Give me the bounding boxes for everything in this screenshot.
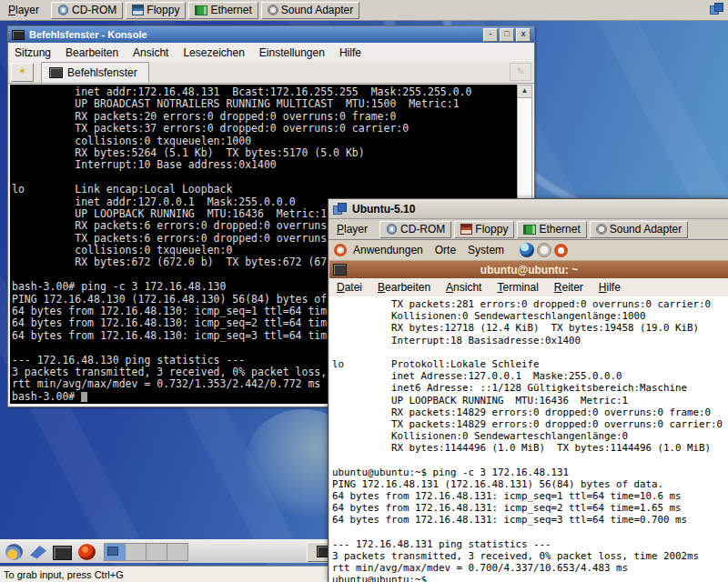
ubuntu-floppy-button[interactable]: Floppy xyxy=(454,221,514,238)
gnome-panel-menus: AnwendungenOrteSystem xyxy=(353,244,516,256)
pager-desktop-2[interactable] xyxy=(126,544,147,560)
pager-desktop-1[interactable] xyxy=(105,544,126,560)
gnome-terminal-output: TX packets:281 errors:0 dropped:0 overru… xyxy=(332,298,728,582)
ubuntu-window-icon xyxy=(333,203,347,215)
terminal-line: ubuntu@ubuntu:~$ xyxy=(332,574,728,582)
pager-desktop-4[interactable] xyxy=(167,544,187,560)
terminal-tab-icon xyxy=(49,67,63,78)
ubuntu-ethernet-button[interactable]: Ethernet xyxy=(517,221,586,238)
terminal-line: collisions:0 txqueuelen:1000 xyxy=(12,135,518,147)
terminal-menu-item[interactable]: Reiter xyxy=(554,281,583,294)
vmware-logo-icon xyxy=(710,3,723,15)
ubuntu-vm-window: Ubuntu-5.10 Player CD-ROM Floppy Etherne… xyxy=(328,198,728,582)
terminal-menu-item[interactable]: Hilfe xyxy=(599,281,621,294)
maximize-button[interactable]: □ xyxy=(500,28,514,42)
konsole-menu-item[interactable]: Bearbeiten xyxy=(66,46,118,59)
tab-befehlsfenster[interactable]: Befehlsfenster xyxy=(41,62,149,83)
konsole-menu-item[interactable]: Einstellungen xyxy=(259,46,325,59)
cdrom-button-label: CD-ROM xyxy=(72,4,116,16)
terminal-line: lo Protokoll:Lokale Schleife xyxy=(332,358,728,370)
new-session-button[interactable]: ✶ xyxy=(11,63,34,82)
ethernet-button[interactable]: Ethernet xyxy=(188,2,258,19)
terminal-line: RX bytes:5264 (5.1 Kb) TX bytes:5170 (5.… xyxy=(12,147,518,159)
status-text: To grab input, press Ctrl+G xyxy=(4,569,124,580)
panel-menu-item[interactable]: Orte xyxy=(435,244,456,256)
ubuntu-logo-icon[interactable] xyxy=(334,244,347,256)
browser-launcher-icon[interactable] xyxy=(78,544,96,560)
ubuntu-ethernet-label: Ethernet xyxy=(539,223,580,236)
sound-adapter-button[interactable]: Sound Adapter xyxy=(261,2,359,19)
terminal-line: 64 bytes from 172.16.48.131: icmp_seq=1 … xyxy=(332,490,728,502)
konsole-menubar: SitzungBearbeitenAnsichtLesezeichenEinst… xyxy=(8,43,534,62)
terminal-line: RX packets:20 errors:0 dropped:0 overrun… xyxy=(12,111,518,123)
konsole-titlebar[interactable]: Befehlsfenster - Konsole - □ x xyxy=(8,26,534,43)
terminal-line: Kollisionen:0 Sendewarteschlangenlänge:1… xyxy=(332,310,728,322)
terminal-line: lo Link encap:Local Loopback xyxy=(12,184,518,196)
terminal-line: 3 packets transmitted, 3 received, 0% pa… xyxy=(332,550,728,562)
floppy-button[interactable]: Floppy xyxy=(126,2,186,19)
terminal-line xyxy=(332,346,728,358)
konsole-menu-item[interactable]: Hilfe xyxy=(339,46,361,59)
konsole-tabbar: ✶ Befehlsfenster ✎ xyxy=(8,62,534,84)
konsole-window-icon xyxy=(12,30,25,40)
terminal-line: PING 172.16.48.131 (172.16.48.131) 56(84… xyxy=(332,478,728,490)
konsole-prompt: bash-3.00# xyxy=(12,390,81,403)
ubuntu-cdrom-button[interactable]: CD-ROM xyxy=(379,221,451,238)
sound-adapter-icon xyxy=(268,5,278,15)
terminal-line: TX packets:14829 errors:0 dropped:0 over… xyxy=(332,418,728,430)
terminal-line xyxy=(332,454,728,466)
terminal-line xyxy=(12,172,518,184)
panel-menu-item[interactable]: System xyxy=(468,244,504,256)
gnome-terminal[interactable]: TX packets:281 errors:0 dropped:0 overru… xyxy=(329,296,728,582)
gnome-panel: AnwendungenOrteSystem xyxy=(329,240,728,261)
minimize-button[interactable]: - xyxy=(483,28,498,42)
terminal-menu-item[interactable]: Datei xyxy=(337,281,362,294)
terminal-line: Kollisionen:0 Sendewarteschlangenlänge:0 xyxy=(332,430,728,442)
terminal-line: Interrupt:18 Basisadresse:0x1400 xyxy=(332,335,728,346)
terminal-line: inet6 Adresse: ::1/128 Gültigkeitsbereic… xyxy=(332,382,728,394)
terminal-line: TX packets:37 errors:0 dropped:0 overrun… xyxy=(12,123,518,135)
konsole-menu-item[interactable]: Ansicht xyxy=(133,46,168,59)
terminal-line: UP LOOPBACK RUNNING MTU:16436 Metric:1 xyxy=(332,395,728,406)
terminal-cursor xyxy=(81,392,87,402)
kmenu-icon[interactable] xyxy=(5,544,23,560)
gnome-terminal-titlebar[interactable]: ubuntu@ubuntu: ~ xyxy=(329,261,728,278)
ubuntu-sound-button[interactable]: Sound Adapter xyxy=(590,221,688,238)
show-desktop-icon[interactable] xyxy=(29,544,46,560)
cdrom-icon xyxy=(57,5,69,15)
ethernet-icon xyxy=(195,5,207,15)
ethernet-icon xyxy=(523,225,536,235)
terminal-line: ubuntu@ubuntu:~$ ping -c 3 172.16.48.131 xyxy=(332,467,728,478)
gnome-terminal-title: ubuntu@ubuntu: ~ xyxy=(329,264,728,276)
panel-menu-item[interactable]: Anwendungen xyxy=(353,244,423,256)
terminal-line: UP BROADCAST NOTRAILERS RUNNING MULTICAS… xyxy=(12,98,518,110)
tabbar-right-icon[interactable]: ✎ xyxy=(510,63,531,81)
close-button[interactable]: x xyxy=(516,28,531,42)
terminal-line: rtt min/avg/max/mdev = 0.700/4.337/10.65… xyxy=(332,562,728,574)
ubuntu-toolbar: Player CD-ROM Floppy Ethernet Sound Adap… xyxy=(329,219,728,240)
scrollbar-up-arrow[interactable]: ▲ xyxy=(518,85,531,98)
terminal-menu-item[interactable]: Bearbeiten xyxy=(378,281,430,294)
terminal-line: RX bytes:1144496 (1.0 MiB) TX bytes:1144… xyxy=(332,442,728,454)
browser-icon[interactable] xyxy=(520,243,534,257)
terminal-line: TX packets:281 errors:0 dropped:0 overru… xyxy=(332,298,728,310)
terminal-menu-item[interactable]: Terminal xyxy=(497,281,538,294)
konsole-launcher-icon[interactable] xyxy=(53,546,72,560)
sound-adapter-icon xyxy=(596,224,607,235)
terminal-line: RX bytes:12718 (12.4 KiB) TX bytes:19458… xyxy=(332,322,728,334)
pager-desktop-3[interactable] xyxy=(147,544,167,560)
ubuntu-window-title: Ubuntu-5.10 xyxy=(352,203,415,216)
ubuntu-player-menu[interactable]: Player xyxy=(329,221,376,237)
terminal-line: 64 bytes from 172.16.48.131: icmp_seq=3 … xyxy=(332,514,728,526)
player-menu[interactable]: Player xyxy=(0,2,47,18)
ubuntu-guest-desktop: AnwendungenOrteSystem ubuntu@ubuntu: ~ D… xyxy=(329,240,728,582)
help-icon[interactable] xyxy=(554,244,568,257)
cdrom-button[interactable]: CD-ROM xyxy=(51,2,123,19)
konsole-menu-item[interactable]: Sitzung xyxy=(15,46,51,59)
mail-icon[interactable] xyxy=(537,243,551,257)
floppy-icon xyxy=(460,224,472,235)
ubuntu-window-titlebar[interactable]: Ubuntu-5.10 xyxy=(329,199,728,219)
konsole-menu-item[interactable]: Lesezeichen xyxy=(183,46,244,59)
terminal-menu-item[interactable]: Ansicht xyxy=(446,281,481,294)
floppy-button-label: Floppy xyxy=(147,4,179,16)
